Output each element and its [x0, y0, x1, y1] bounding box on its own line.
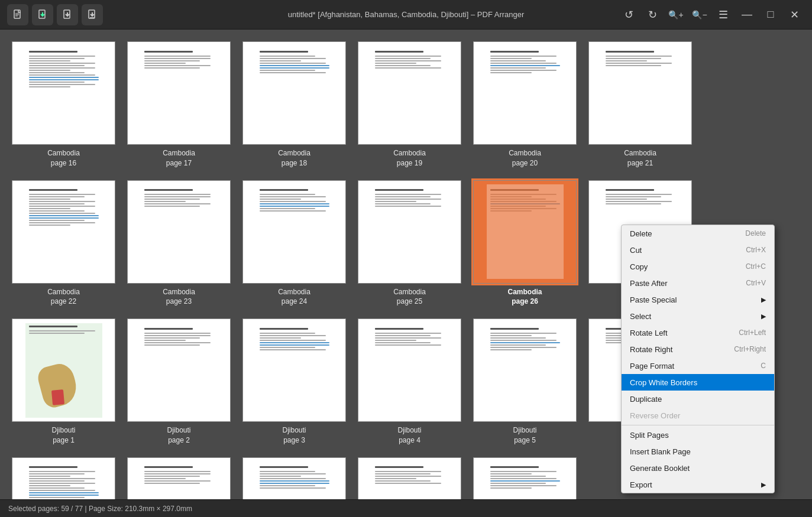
page-item[interactable]: Djibouti page 9 [242, 457, 346, 499]
menu-item-label: Reverse Order [630, 411, 680, 420]
page-item[interactable]: Djibouti page 5 [473, 318, 577, 446]
page-label: Djibouti page 3 [282, 425, 306, 446]
menu-item-crop-white-borders[interactable]: Crop White Borders [622, 374, 774, 391]
saveas-button[interactable] [82, 4, 103, 25]
menu-shortcut: C [761, 362, 766, 370]
menu-item-rotate-right[interactable]: Rotate RightCtrl+Right [622, 341, 774, 357]
menu-item-page-format[interactable]: Page FormatC [622, 357, 774, 374]
maximize-button[interactable]: □ [760, 4, 781, 25]
statusbar: Selected pages: 59 / 77 | Page Size: 210… [0, 499, 812, 517]
menu-item-label: Crop White Borders [630, 378, 697, 387]
page-label: Cambodia page 17 [163, 148, 195, 168]
svg-rect-0 [14, 10, 20, 18]
menu-item-paste-after[interactable]: Paste AfterCtrl+V [622, 275, 774, 291]
menu-shortcut: Ctrl+Right [734, 345, 766, 353]
page-item[interactable]: Djibouti page 1 [12, 318, 115, 446]
menu-item-export[interactable]: Export▶ [622, 476, 774, 493]
page-item[interactable]: Cambodia page 26 [473, 180, 577, 307]
menu-arrow-icon: ▶ [761, 313, 766, 320]
page-label: Cambodia page 25 [393, 287, 426, 307]
menu-item-split-pages[interactable]: Split Pages [622, 427, 774, 443]
menu-item-label: Delete [630, 229, 652, 238]
menu-arrow-icon: ▶ [761, 481, 766, 489]
page-label: Cambodia page 20 [509, 148, 541, 168]
minimize-button[interactable]: — [736, 4, 758, 25]
page-label: Cambodia page 18 [278, 148, 310, 168]
page-item[interactable]: Cambodia page 24 [242, 180, 346, 307]
menu-item-label: Select [630, 312, 651, 321]
page-item[interactable]: Cambodia page 23 [127, 180, 231, 307]
menu-item-label: Insert Blank Page [630, 447, 691, 456]
page-item[interactable]: Cambodia page 18 [242, 41, 346, 168]
menu-arrow-icon: ▶ [761, 296, 766, 304]
page-item[interactable]: Cambodia page 16 [12, 41, 115, 168]
menu-item-label: Cut [630, 246, 642, 255]
save-button[interactable] [57, 4, 78, 25]
page-item[interactable]: Cambodia page 21 [588, 41, 692, 168]
menu-item-label: Export [630, 480, 652, 489]
page-item[interactable]: Djibouti page 2 [127, 318, 231, 446]
menu-item-label: Paste After [630, 279, 668, 288]
menu-item-label: Page Format [630, 362, 674, 370]
page-label: Djibouti page 1 [51, 425, 75, 446]
menu-item-delete[interactable]: DeleteDelete [622, 225, 774, 242]
menu-item-duplicate[interactable]: Duplicate [622, 391, 774, 407]
page-item[interactable]: Djibouti page 3 [242, 318, 346, 446]
insert-pages-button[interactable] [32, 4, 53, 25]
zoom-in-button[interactable]: 🔍+ [665, 4, 687, 25]
page-label: Cambodia page 19 [393, 148, 426, 168]
menu-item-label: Paste Special [630, 295, 677, 304]
status-text: Selected pages: 59 / 77 | Page Size: 210… [8, 505, 192, 513]
zoom-out-button[interactable]: 🔍− [689, 4, 710, 25]
close-button[interactable]: ✕ [784, 4, 805, 25]
menu-item-label: Copy [630, 262, 648, 271]
menu-shortcut: Ctrl+C [746, 262, 766, 271]
menu-item-cut[interactable]: CutCtrl+X [622, 242, 774, 258]
context-menu: DeleteDeleteCutCtrl+XCopyCtrl+CPaste Aft… [621, 225, 775, 493]
page-item[interactable]: Cambodia page 20 [473, 41, 577, 168]
menu-item-label: Split Pages [630, 431, 669, 440]
page-label: Cambodia page 21 [624, 148, 656, 168]
page-item[interactable]: Djibouti page 10 [358, 457, 461, 499]
menu-button[interactable]: ☰ [713, 4, 734, 25]
rotate-left-button[interactable]: ↺ [618, 4, 639, 25]
menu-item-label: Rotate Left [630, 329, 668, 337]
page-item[interactable]: Cambodia page 19 [358, 41, 461, 168]
page-item[interactable]: Cambodia page 22 [12, 180, 115, 307]
menu-item-rotate-left[interactable]: Rotate LeftCtrl+Left [622, 324, 774, 341]
page-label: Cambodia page 24 [278, 287, 310, 307]
page-item[interactable]: Djibouti page 11 [473, 457, 577, 499]
titlebar: untitled* [Afghanistan, Bahamas, Cambodi… [0, 0, 812, 30]
page-label: Cambodia page 26 [507, 287, 542, 307]
page-label: Djibouti page 5 [513, 425, 536, 446]
menu-item-select[interactable]: Select▶ [622, 308, 774, 324]
menu-item-label: Generate Booklet [630, 464, 690, 473]
main-area: Cambodia page 16Cambodia page 17Cambodia… [0, 30, 812, 499]
page-item[interactable]: Cambodia page 25 [358, 180, 461, 307]
rotate-right-button[interactable]: ↻ [642, 4, 663, 25]
new-file-button[interactable] [7, 4, 28, 25]
menu-divider [622, 425, 774, 425]
page-item[interactable]: Djibouti page 4 [358, 318, 461, 446]
page-label: Djibouti page 2 [167, 425, 190, 446]
window-title: untitled* [Afghanistan, Bahamas, Cambodi… [288, 10, 525, 19]
menu-shortcut: Ctrl+X [746, 246, 766, 254]
window-controls: ↺ ↻ 🔍+ 🔍− ☰ — □ ✕ [618, 4, 805, 25]
page-label: Djibouti page 4 [397, 425, 421, 446]
page-label: Cambodia page 23 [163, 287, 195, 307]
menu-item-label: Rotate Right [630, 345, 672, 354]
menu-item-label: Duplicate [630, 395, 662, 404]
menu-shortcut: Ctrl+V [746, 279, 766, 287]
toolbar [7, 4, 103, 25]
menu-item-paste-special[interactable]: Paste Special▶ [622, 291, 774, 308]
page-item[interactable]: Djibouti page 7 [12, 457, 115, 499]
page-item[interactable]: Djibouti page 8 [127, 457, 231, 499]
menu-shortcut: Delete [745, 229, 766, 238]
page-label: Cambodia page 16 [47, 148, 80, 168]
page-label: Cambodia page 22 [47, 287, 80, 307]
page-item[interactable]: Cambodia page 17 [127, 41, 231, 168]
menu-item-generate-booklet[interactable]: Generate Booklet [622, 460, 774, 476]
menu-item-insert-blank-page[interactable]: Insert Blank Page [622, 443, 774, 460]
menu-item-copy[interactable]: CopyCtrl+C [622, 258, 774, 275]
menu-item-reverse-order: Reverse Order [622, 407, 774, 424]
